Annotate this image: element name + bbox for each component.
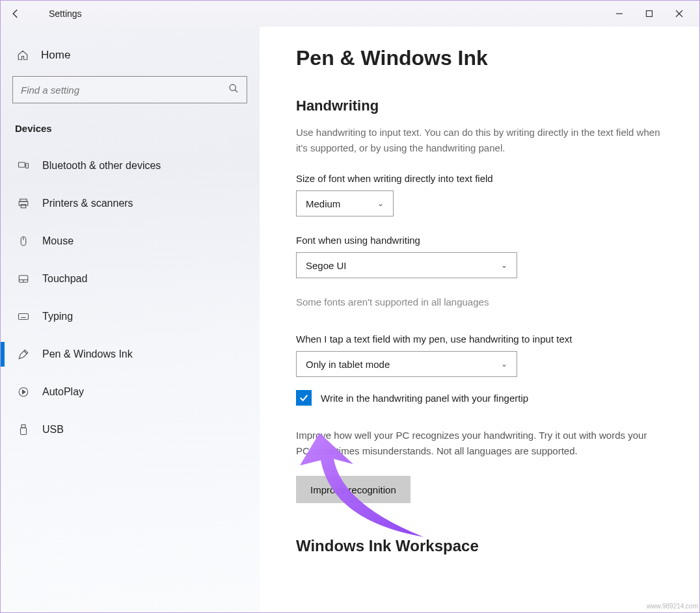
chevron-down-icon: ⌄ — [501, 359, 507, 369]
sidebar-item-label: Touchpad — [42, 273, 87, 285]
minimize-button[interactable] — [604, 3, 634, 24]
touchpad-icon — [16, 273, 31, 285]
sidebar-item-label: USB — [42, 424, 64, 436]
titlebar: Settings — [1, 1, 699, 27]
fingertip-checkbox-row[interactable]: Write in the handwriting panel with your… — [296, 390, 667, 406]
font-size-label: Size of font when writing directly into … — [296, 173, 667, 184]
printer-icon — [16, 198, 31, 209]
improve-recognition-button[interactable]: Improve recognition — [296, 476, 411, 503]
sidebar-item-printers[interactable]: Printers & scanners — [12, 185, 247, 222]
svg-rect-10 — [21, 205, 26, 208]
sidebar-item-label: AutoPlay — [42, 386, 84, 398]
usb-icon — [16, 424, 31, 436]
sidebar-item-usb[interactable]: USB — [12, 411, 247, 449]
chevron-down-icon: ⌄ — [501, 261, 507, 270]
close-button[interactable] — [664, 3, 694, 24]
devices-icon — [16, 160, 31, 172]
search-icon — [228, 83, 239, 96]
workspace-heading: Windows Ink Workspace — [296, 537, 667, 555]
tap-value: Only in tablet mode — [306, 359, 390, 370]
svg-rect-24 — [21, 425, 25, 428]
svg-rect-6 — [19, 163, 25, 168]
font-size-value: Medium — [306, 198, 340, 209]
tap-label: When I tap a text field with my pen, use… — [296, 333, 667, 345]
svg-rect-16 — [19, 314, 29, 320]
sidebar-item-label: Printers & scanners — [42, 198, 133, 209]
font-value: Segoe UI — [306, 260, 347, 271]
sidebar-item-label: Bluetooth & other devices — [42, 160, 161, 172]
mouse-icon — [16, 235, 31, 247]
svg-line-5 — [235, 90, 237, 92]
pen-icon — [16, 348, 31, 360]
content-panel: Pen & Windows Ink Handwriting Use handwr… — [260, 27, 699, 613]
home-label: Home — [41, 49, 70, 62]
sidebar-item-label: Typing — [42, 311, 73, 322]
keyboard-icon — [16, 311, 31, 322]
search-box[interactable] — [12, 76, 247, 103]
tap-select[interactable]: Only in tablet mode ⌄ — [296, 351, 517, 377]
sidebar-item-label: Pen & Windows Ink — [42, 348, 133, 360]
page-title: Pen & Windows Ink — [296, 46, 667, 70]
font-hint: Some fonts aren't supported in all langu… — [296, 296, 667, 307]
watermark: www.989214.com — [647, 603, 698, 610]
handwriting-heading: Handwriting — [296, 98, 667, 114]
sidebar-item-pen[interactable]: Pen & Windows Ink — [12, 335, 247, 373]
svg-rect-7 — [26, 163, 29, 168]
autoplay-icon — [16, 386, 31, 398]
svg-rect-25 — [21, 428, 27, 435]
back-button[interactable] — [1, 1, 31, 27]
checkbox-checked-icon — [296, 390, 312, 406]
handwriting-description: Use handwriting to input text. You can d… — [296, 125, 660, 156]
font-select[interactable]: Segoe UI ⌄ — [296, 252, 517, 278]
category-heading: Devices — [15, 123, 245, 134]
search-input[interactable] — [21, 85, 228, 96]
sidebar-item-touchpad[interactable]: Touchpad — [12, 260, 247, 298]
fingertip-checkbox-label: Write in the handwriting panel with your… — [321, 393, 528, 404]
svg-rect-9 — [19, 202, 28, 205]
font-label: Font when using handwriting — [296, 235, 667, 246]
svg-rect-1 — [647, 11, 653, 17]
window-title: Settings — [49, 8, 82, 19]
sidebar-item-bluetooth[interactable]: Bluetooth & other devices — [12, 147, 247, 185]
sidebar-item-typing[interactable]: Typing — [12, 298, 247, 335]
maximize-button[interactable] — [634, 3, 664, 24]
sidebar-item-label: Mouse — [42, 235, 74, 247]
home-link[interactable]: Home — [12, 40, 247, 76]
font-size-select[interactable]: Medium ⌄ — [296, 190, 394, 216]
sidebar: Home Devices Bluetooth & other devices P… — [1, 27, 260, 613]
home-icon — [16, 49, 29, 61]
chevron-down-icon: ⌄ — [377, 199, 384, 208]
svg-point-4 — [230, 85, 236, 90]
sidebar-item-autoplay[interactable]: AutoPlay — [12, 373, 247, 411]
improve-description: Improve how well your PC recognizes your… — [296, 428, 660, 459]
sidebar-item-mouse[interactable]: Mouse — [12, 222, 247, 260]
